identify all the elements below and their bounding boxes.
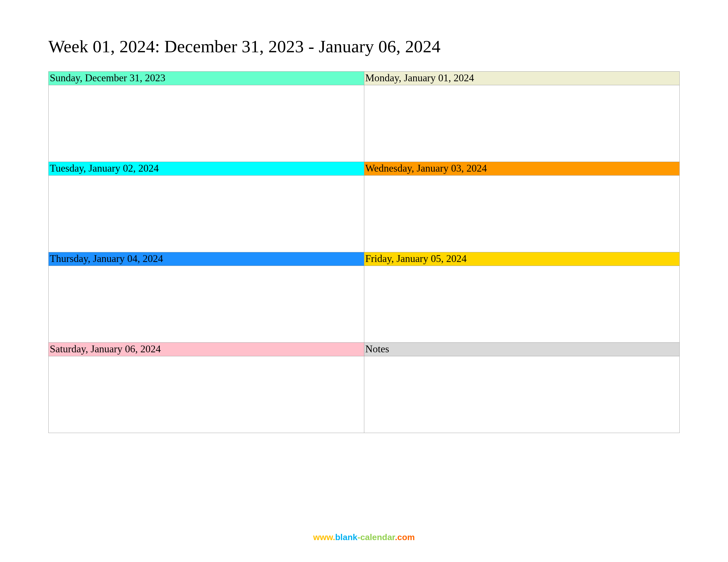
footer-blank: blank <box>335 532 357 542</box>
day-header-sunday: Sunday, December 31, 2023 <box>49 72 364 85</box>
footer-link[interactable]: www.blank-calendar.com <box>0 532 728 542</box>
day-header-friday: Friday, January 05, 2024 <box>364 252 680 266</box>
day-header-notes: Notes <box>364 343 680 356</box>
day-header-saturday: Saturday, January 06, 2024 <box>49 343 364 356</box>
day-header-wednesday: Wednesday, January 03, 2024 <box>364 162 680 176</box>
footer-com: .com <box>395 532 415 542</box>
day-header-thursday: Thursday, January 04, 2024 <box>49 252 364 266</box>
page-title: Week 01, 2024: December 31, 2023 - Janua… <box>48 36 680 57</box>
day-body-monday[interactable] <box>364 85 680 162</box>
day-header-tuesday: Tuesday, January 02, 2024 <box>49 162 364 176</box>
day-body-wednesday[interactable] <box>364 176 680 252</box>
weekly-calendar: Sunday, December 31, 2023 Monday, Januar… <box>48 71 680 433</box>
day-body-tuesday[interactable] <box>49 176 364 252</box>
footer-www: www. <box>313 532 335 542</box>
day-body-friday[interactable] <box>364 266 680 343</box>
day-body-sunday[interactable] <box>49 85 364 162</box>
day-body-thursday[interactable] <box>49 266 364 343</box>
footer-cal: -calendar <box>357 532 395 542</box>
day-header-monday: Monday, January 01, 2024 <box>364 72 680 85</box>
day-body-notes[interactable] <box>364 356 680 433</box>
day-body-saturday[interactable] <box>49 356 364 433</box>
